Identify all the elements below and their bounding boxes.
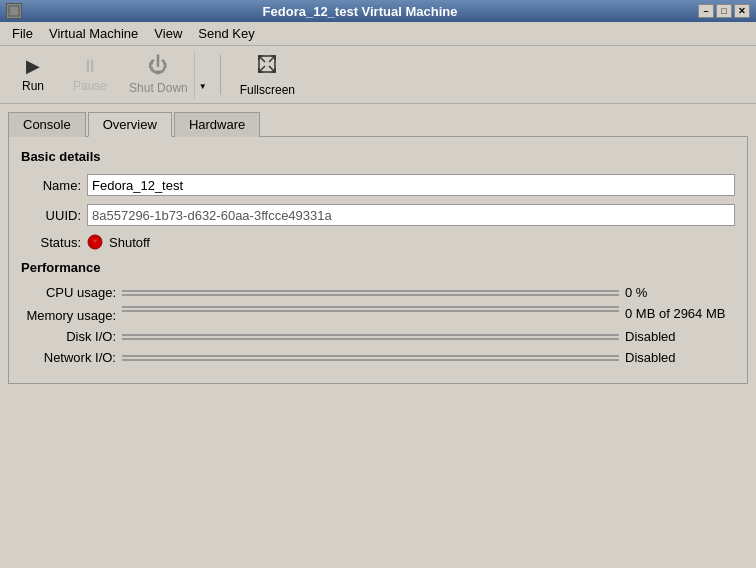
svg-rect-0 <box>9 6 19 16</box>
menu-file[interactable]: File <box>4 24 41 43</box>
uuid-input[interactable] <box>87 204 735 226</box>
window-title: Fedora_12_test Virtual Machine <box>22 4 698 19</box>
name-label: Name: <box>21 178 81 193</box>
cpu-bar-bot <box>122 294 619 296</box>
pause-label: Pause <box>73 79 107 93</box>
window-controls: – □ ✕ <box>698 4 750 18</box>
disk-row: Disk I/O: Disabled <box>21 329 735 344</box>
toolbar: ▶ Run ⏸ Pause ⏻ Shut Down ▼ <box>0 46 756 104</box>
tab-overview[interactable]: Overview <box>88 112 172 137</box>
network-label: Network I/O: <box>21 350 116 365</box>
shutdown-dropdown-arrow[interactable]: ▼ <box>194 50 211 99</box>
shutdown-icon: ⏻ <box>148 54 168 77</box>
uuid-row: UUID: <box>21 204 735 226</box>
menu-virtual-machine[interactable]: Virtual Machine <box>41 24 146 43</box>
memory-row: Memory usage: 0 MB of 2964 MB <box>21 306 735 323</box>
shutdown-group[interactable]: ⏻ Shut Down ▼ <box>122 49 212 100</box>
uuid-label: UUID: <box>21 208 81 223</box>
disk-label: Disk I/O: <box>21 329 116 344</box>
memory-bar-top <box>122 306 619 308</box>
fullscreen-label: Fullscreen <box>240 83 295 97</box>
disk-value: Disabled <box>625 329 735 344</box>
titlebar: Fedora_12_test Virtual Machine – □ ✕ <box>0 0 756 22</box>
overview-tab-content: Basic details Name: UUID: Status: Shutof… <box>8 136 748 384</box>
status-value: Shutoff <box>109 235 150 250</box>
memory-value: 0 MB of 2964 MB <box>625 306 735 321</box>
memory-label: Memory usage: <box>21 308 116 323</box>
pause-icon: ⏸ <box>81 57 99 75</box>
network-bar-bot <box>122 359 619 361</box>
menu-send-key[interactable]: Send Key <box>190 24 262 43</box>
network-bar-top <box>122 355 619 357</box>
disk-bar-bot <box>122 338 619 340</box>
svg-line-4 <box>269 66 275 72</box>
tab-console[interactable]: Console <box>8 112 86 137</box>
performance-title: Performance <box>21 260 735 275</box>
run-label: Run <box>22 79 44 93</box>
shutdown-button[interactable]: ⏻ Shut Down <box>123 50 194 99</box>
menubar: File Virtual Machine View Send Key <box>0 22 756 46</box>
status-icon <box>87 234 103 250</box>
status-row: Status: Shutoff <box>21 234 735 250</box>
fullscreen-button[interactable]: Fullscreen <box>229 48 306 102</box>
svg-line-3 <box>269 56 275 62</box>
network-value: Disabled <box>625 350 735 365</box>
svg-line-2 <box>259 56 265 62</box>
cpu-row: CPU usage: 0 % <box>21 285 735 300</box>
fullscreen-icon <box>256 53 278 79</box>
name-input[interactable] <box>87 174 735 196</box>
network-row: Network I/O: Disabled <box>21 350 735 365</box>
cpu-value: 0 % <box>625 285 735 300</box>
status-label: Status: <box>21 235 81 250</box>
svg-line-5 <box>259 66 265 72</box>
main-content: Console Overview Hardware Basic details … <box>0 104 756 392</box>
close-button[interactable]: ✕ <box>734 4 750 18</box>
name-row: Name: <box>21 174 735 196</box>
run-icon: ▶ <box>26 57 40 75</box>
pause-button[interactable]: ⏸ Pause <box>62 52 118 98</box>
minimize-button[interactable]: – <box>698 4 714 18</box>
memory-bar-bot <box>122 310 619 312</box>
disk-bar-top <box>122 334 619 336</box>
window-icon <box>6 3 22 19</box>
basic-details-title: Basic details <box>21 149 735 164</box>
shutdown-label: Shut Down <box>129 81 188 95</box>
tab-strip: Console Overview Hardware <box>8 112 748 137</box>
toolbar-separator <box>220 55 221 95</box>
menu-view[interactable]: View <box>146 24 190 43</box>
tab-hardware[interactable]: Hardware <box>174 112 260 137</box>
chevron-down-icon: ▼ <box>199 82 207 91</box>
cpu-label: CPU usage: <box>21 285 116 300</box>
cpu-bar-top <box>122 290 619 292</box>
maximize-button[interactable]: □ <box>716 4 732 18</box>
run-button[interactable]: ▶ Run <box>8 52 58 98</box>
